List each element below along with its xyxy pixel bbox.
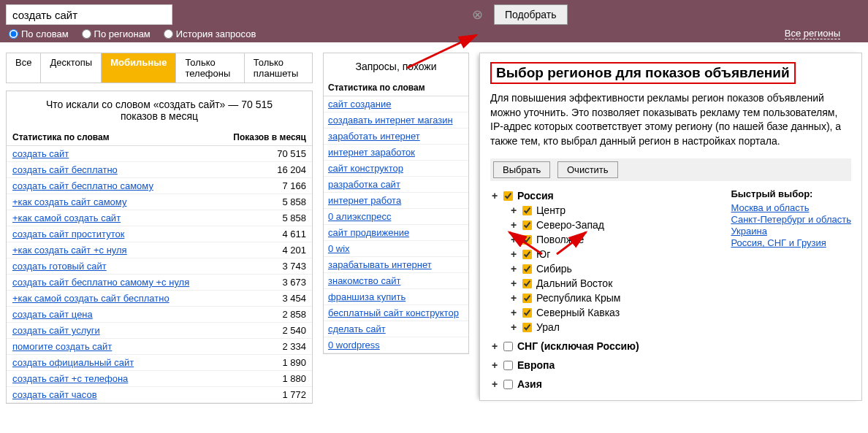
- quick-link[interactable]: Украина: [731, 226, 851, 237]
- quick-link[interactable]: Санкт-Петербург и область: [731, 214, 851, 225]
- keyword-link[interactable]: создавать интернет магазин: [328, 115, 453, 126]
- expand-icon[interactable]: +: [509, 219, 518, 231]
- keyword-link[interactable]: 0 алиэкспресс: [328, 211, 391, 222]
- keyword-link[interactable]: 0 wordpress: [328, 340, 380, 350]
- search-input[interactable]: [6, 4, 172, 25]
- tree-item[interactable]: +Юг: [509, 247, 709, 261]
- tab-0[interactable]: Все: [7, 53, 41, 83]
- region-checkbox[interactable]: [503, 191, 513, 201]
- keyword-link[interactable]: зарабатывать интернет: [328, 259, 432, 270]
- all-regions-link[interactable]: Все регионы: [785, 28, 840, 39]
- region-checkbox[interactable]: [522, 294, 532, 303]
- expand-icon[interactable]: +: [490, 340, 499, 352]
- tab-4[interactable]: Только планшеты: [245, 53, 312, 83]
- tab-3[interactable]: Только телефоны: [176, 53, 244, 83]
- expand-icon[interactable]: +: [509, 248, 518, 260]
- left-panel: Что искали со словом «создать сайт» — 70…: [6, 91, 313, 404]
- keyword-link[interactable]: создать готовый сайт: [12, 261, 107, 272]
- keyword-link[interactable]: создать сайт услуги: [12, 325, 100, 336]
- tree-item[interactable]: +Центр: [509, 203, 709, 218]
- tree-item[interactable]: +Европа: [490, 358, 709, 372]
- col-header-count: Показов в месяц: [218, 132, 306, 142]
- expand-icon[interactable]: +: [490, 359, 499, 371]
- keyword-link[interactable]: создать сайт часов: [12, 389, 97, 400]
- keyword-link[interactable]: интернет работа: [328, 195, 401, 206]
- keyword-link[interactable]: создать сайт: [12, 148, 69, 159]
- expand-icon[interactable]: +: [490, 378, 499, 390]
- region-checkbox[interactable]: [522, 206, 532, 215]
- col-header-word: Статистика по словам: [12, 132, 218, 142]
- tree-item[interactable]: +Урал: [509, 320, 709, 334]
- tree-item[interactable]: +Республика Крым: [509, 291, 709, 305]
- clear-icon[interactable]: ⊗: [471, 8, 484, 21]
- table-row: +как самой создать сайт5 858: [7, 210, 312, 226]
- keyword-link[interactable]: создать сайт +с телефона: [12, 373, 128, 384]
- tree-item[interactable]: +Северо-Запад: [509, 218, 709, 232]
- region-checkbox[interactable]: [522, 279, 532, 288]
- keyword-link[interactable]: +как создать сайт +с нуля: [12, 245, 127, 256]
- quick-link[interactable]: Москва и область: [731, 202, 851, 213]
- region-checkbox[interactable]: [522, 264, 532, 274]
- keyword-link[interactable]: 0 wix: [328, 243, 350, 254]
- expand-icon[interactable]: +: [490, 190, 499, 202]
- radio-history[interactable]: История запросов: [164, 28, 256, 39]
- region-checkbox[interactable]: [522, 221, 532, 230]
- keyword-link[interactable]: +как самой создать сайт бесплатно: [12, 293, 170, 304]
- region-checkbox[interactable]: [503, 361, 513, 370]
- keyword-link[interactable]: создать сайт бесплатно: [12, 164, 118, 175]
- tab-1[interactable]: Десктопы: [41, 53, 102, 83]
- expand-icon[interactable]: +: [509, 263, 518, 275]
- expand-icon[interactable]: +: [509, 307, 518, 318]
- region-checkbox[interactable]: [522, 235, 532, 245]
- clear-button[interactable]: Очистить: [557, 161, 618, 178]
- keyword-link[interactable]: знакомство сайт: [328, 275, 400, 286]
- keyword-link[interactable]: сайт продвижение: [328, 227, 409, 238]
- keyword-link[interactable]: сайт конструктор: [328, 163, 403, 174]
- keyword-link[interactable]: создать официальный сайт: [12, 357, 134, 368]
- keyword-link[interactable]: помогите создать сайт: [12, 341, 112, 352]
- tree-item[interactable]: +Северный Кавказ: [509, 305, 709, 320]
- tree-item[interactable]: +Поволжье: [509, 232, 709, 247]
- table-row: создать сайт цена2 858: [7, 307, 312, 323]
- expand-icon[interactable]: +: [509, 204, 518, 216]
- keyword-link[interactable]: сделать сайт: [328, 323, 386, 334]
- region-checkbox[interactable]: [522, 250, 532, 259]
- region-checkbox[interactable]: [503, 342, 513, 351]
- tab-2[interactable]: Мобильные: [102, 53, 176, 83]
- tree-item[interactable]: +Россия: [490, 188, 709, 203]
- expand-icon[interactable]: +: [509, 234, 518, 245]
- tree-item[interactable]: +Дальний Восток: [509, 276, 709, 291]
- tree-item[interactable]: +Сибирь: [509, 261, 709, 276]
- tree-item[interactable]: +СНГ (исключая Россию): [490, 339, 709, 353]
- quick-link[interactable]: Россия, СНГ и Грузия: [731, 237, 851, 248]
- table-row: создать сайт +с телефона1 880: [7, 371, 312, 387]
- table-row: интернет заработок: [324, 145, 468, 161]
- count-value: 3 673: [218, 277, 306, 288]
- tree-item[interactable]: +Азия: [490, 377, 709, 391]
- keyword-link[interactable]: бесплатный сайт конструктор: [328, 307, 459, 318]
- keyword-link[interactable]: создать сайт проституток: [12, 229, 124, 240]
- keyword-link[interactable]: +как самой создать сайт: [12, 212, 121, 223]
- keyword-link[interactable]: разработка сайт: [328, 179, 400, 190]
- expand-icon[interactable]: +: [509, 277, 518, 289]
- keyword-link[interactable]: +как создать сайт самому: [12, 196, 126, 207]
- keyword-link[interactable]: создать сайт бесплатно самому: [12, 180, 153, 191]
- region-label: Юг: [536, 248, 550, 260]
- keyword-link[interactable]: заработать интернет: [328, 131, 420, 142]
- select-button[interactable]: Выбрать: [493, 161, 550, 178]
- submit-button[interactable]: Подобрать: [494, 4, 568, 25]
- expand-icon[interactable]: +: [509, 292, 518, 304]
- region-checkbox[interactable]: [503, 380, 513, 389]
- keyword-link[interactable]: франшиза купить: [328, 291, 406, 302]
- region-label: Сибирь: [536, 263, 572, 275]
- region-checkbox[interactable]: [522, 308, 532, 318]
- keyword-link[interactable]: создать сайт цена: [12, 309, 93, 320]
- expand-icon[interactable]: +: [509, 321, 518, 333]
- radio-regions[interactable]: По регионам: [82, 28, 151, 39]
- keyword-link[interactable]: сайт создание: [328, 99, 391, 110]
- table-row: сайт конструктор: [324, 161, 468, 177]
- region-checkbox[interactable]: [522, 323, 532, 332]
- radio-words[interactable]: По словам: [9, 28, 69, 39]
- keyword-link[interactable]: создать сайт бесплатно самому +с нуля: [12, 277, 189, 288]
- keyword-link[interactable]: интернет заработок: [328, 147, 415, 158]
